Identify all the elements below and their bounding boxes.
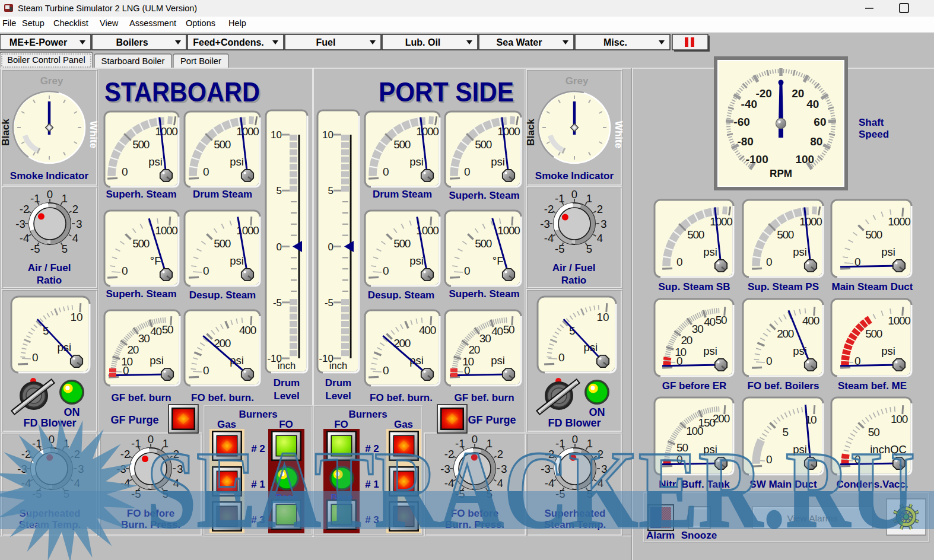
svg-text:0: 0 bbox=[676, 256, 683, 268]
svg-text:FD Blower: FD Blower bbox=[548, 417, 601, 429]
svg-text:Drum Steam: Drum Steam bbox=[373, 189, 432, 200]
svg-text:-80: -80 bbox=[737, 135, 753, 148]
svg-text:50: 50 bbox=[503, 323, 514, 336]
svg-text:Boiler Control Panel: Boiler Control Panel bbox=[7, 55, 85, 65]
svg-text:500: 500 bbox=[475, 138, 492, 151]
svg-text:Sea Water: Sea Water bbox=[497, 37, 542, 47]
svg-text:GF Purge: GF Purge bbox=[468, 414, 516, 426]
svg-text:400: 400 bbox=[419, 324, 436, 336]
svg-text:Drum: Drum bbox=[325, 377, 351, 389]
svg-text:Air / Fuel: Air / Fuel bbox=[28, 262, 71, 273]
svg-text:PORT SIDE: PORT SIDE bbox=[379, 77, 514, 107]
svg-text:-4: -4 bbox=[544, 232, 554, 244]
svg-text:5: 5 bbox=[277, 185, 282, 196]
svg-text:psi: psi bbox=[703, 246, 717, 258]
svg-text:500: 500 bbox=[865, 228, 882, 241]
svg-text:0: 0 bbox=[203, 364, 209, 377]
svg-text:-1: -1 bbox=[555, 192, 564, 205]
svg-text:inch: inch bbox=[278, 360, 296, 371]
svg-text:Shaft: Shaft bbox=[859, 117, 884, 128]
svg-text:1000: 1000 bbox=[799, 215, 822, 228]
svg-text:500: 500 bbox=[214, 237, 231, 250]
svg-text:Boilers: Boilers bbox=[116, 37, 148, 47]
svg-text:0: 0 bbox=[328, 241, 333, 253]
svg-text:Lub. Oil: Lub. Oil bbox=[405, 37, 441, 47]
svg-text:1: 1 bbox=[586, 192, 592, 205]
svg-text:Port Boiler: Port Boiler bbox=[180, 56, 221, 66]
svg-text:FD Blower: FD Blower bbox=[23, 417, 76, 429]
svg-text:Steam Turbine Simulator 2 LNG: Steam Turbine Simulator 2 LNG (ULM Versi… bbox=[18, 4, 197, 13]
svg-text:Air / Fuel: Air / Fuel bbox=[552, 262, 596, 273]
svg-text:0: 0 bbox=[383, 265, 389, 277]
svg-text:0: 0 bbox=[571, 188, 577, 201]
svg-text:Superh. Steam: Superh. Steam bbox=[449, 190, 519, 201]
svg-text:Ratio: Ratio bbox=[37, 275, 62, 286]
svg-text:40: 40 bbox=[806, 98, 819, 110]
svg-text:Superh. Steam: Superh. Steam bbox=[106, 288, 176, 300]
svg-text:Steam bef. ME: Steam bef. ME bbox=[838, 380, 907, 392]
svg-text:1000: 1000 bbox=[497, 224, 520, 237]
svg-text:1000: 1000 bbox=[236, 125, 259, 138]
svg-text:10: 10 bbox=[70, 311, 82, 323]
svg-text:50: 50 bbox=[716, 314, 727, 326]
svg-text:psi: psi bbox=[150, 354, 164, 367]
svg-text:psi: psi bbox=[881, 246, 895, 258]
svg-text:-5: -5 bbox=[555, 243, 564, 255]
svg-text:0: 0 bbox=[47, 188, 53, 201]
svg-text:30: 30 bbox=[692, 323, 703, 335]
svg-text:30: 30 bbox=[138, 332, 150, 345]
svg-text:White: White bbox=[613, 121, 624, 148]
svg-text:Feed+Condens.: Feed+Condens. bbox=[193, 37, 264, 47]
svg-text:Drum: Drum bbox=[274, 377, 300, 389]
svg-text:GF bef. burn: GF bef. burn bbox=[454, 392, 514, 403]
svg-text:500: 500 bbox=[475, 237, 492, 250]
svg-text:2: 2 bbox=[597, 203, 603, 215]
svg-text:4: 4 bbox=[597, 232, 603, 244]
svg-text:5: 5 bbox=[62, 243, 68, 255]
svg-text:10: 10 bbox=[596, 311, 609, 323]
svg-text:40: 40 bbox=[150, 325, 161, 338]
svg-text:RPM: RPM bbox=[770, 168, 792, 179]
svg-text:psi: psi bbox=[409, 254, 424, 267]
svg-text:1000: 1000 bbox=[497, 125, 520, 138]
svg-text:psi: psi bbox=[703, 345, 717, 357]
svg-text:ME+E-Power: ME+E-Power bbox=[9, 37, 67, 47]
svg-text:1000: 1000 bbox=[155, 224, 177, 237]
svg-text:psi: psi bbox=[230, 254, 244, 267]
svg-text:FO bef. burn.: FO bef. burn. bbox=[370, 392, 433, 403]
svg-text:5: 5 bbox=[586, 243, 592, 255]
svg-text:Black: Black bbox=[0, 119, 11, 146]
svg-text:500: 500 bbox=[687, 228, 704, 241]
svg-text:FO bef. burn.: FO bef. burn. bbox=[191, 392, 254, 403]
svg-text:10: 10 bbox=[322, 129, 333, 141]
svg-text:-5: -5 bbox=[273, 297, 282, 308]
svg-text:0: 0 bbox=[277, 241, 282, 253]
svg-text:1000: 1000 bbox=[888, 215, 910, 228]
svg-text:-5: -5 bbox=[30, 243, 40, 255]
svg-text:400: 400 bbox=[239, 324, 256, 336]
svg-text:psi: psi bbox=[148, 155, 163, 168]
svg-text:File: File bbox=[2, 18, 16, 28]
svg-text:inch: inch bbox=[329, 360, 347, 371]
svg-text:Grey: Grey bbox=[40, 75, 63, 87]
svg-text:-20: -20 bbox=[755, 87, 771, 100]
svg-text:0: 0 bbox=[464, 166, 471, 178]
svg-text:psi: psi bbox=[491, 354, 505, 367]
svg-text:psi: psi bbox=[881, 345, 895, 357]
svg-text:500: 500 bbox=[132, 237, 150, 250]
svg-text:500: 500 bbox=[393, 138, 411, 151]
svg-text:°F: °F bbox=[493, 254, 504, 267]
svg-text:ON: ON bbox=[64, 406, 80, 418]
svg-text:80: 80 bbox=[810, 135, 822, 148]
svg-text:psi: psi bbox=[793, 246, 807, 258]
svg-text:1000: 1000 bbox=[155, 125, 177, 138]
svg-text:1000: 1000 bbox=[710, 215, 732, 228]
svg-text:-1: -1 bbox=[131, 437, 141, 450]
svg-text:500: 500 bbox=[132, 138, 150, 151]
svg-text:500: 500 bbox=[214, 138, 231, 151]
svg-text:20: 20 bbox=[468, 343, 479, 356]
svg-text:1: 1 bbox=[62, 192, 68, 205]
svg-text:View: View bbox=[100, 18, 119, 28]
svg-text:Superh. Steam: Superh. Steam bbox=[449, 288, 519, 300]
svg-text:-4: -4 bbox=[20, 232, 29, 244]
